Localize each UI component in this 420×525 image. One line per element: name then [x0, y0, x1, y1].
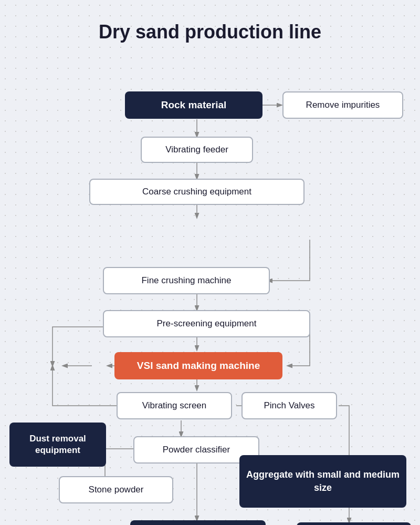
dust-removal-node: Dust removal equipment: [9, 423, 106, 467]
rock-material-node: Rock material: [125, 91, 262, 119]
remove-impurities-node: Remove impurities: [282, 91, 403, 119]
vsi-sand-node: VSI sand making machine: [114, 352, 282, 379]
coarse-crushing-node: Coarse crushing equipment: [89, 179, 304, 205]
fine-crushing-node: Fine crushing machine: [103, 267, 270, 294]
page-title: Dry sand production line: [0, 0, 420, 59]
pre-screening-node: Pre-screening equipment: [103, 310, 310, 337]
vibrating-screen-node: Vibrating screen: [117, 392, 232, 419]
aggregate-small-medium-node: Aggregate with small and medium size: [239, 455, 406, 508]
stone-powder-node: Stone powder: [59, 476, 173, 503]
vibrating-feeder-node: Vibrating feeder: [141, 137, 253, 163]
aggregate-large-node: Aggregate with large size: [297, 522, 411, 525]
pinch-valves-node: Pinch Valves: [242, 392, 337, 419]
final-sand-node: Final sand product: [130, 520, 266, 525]
